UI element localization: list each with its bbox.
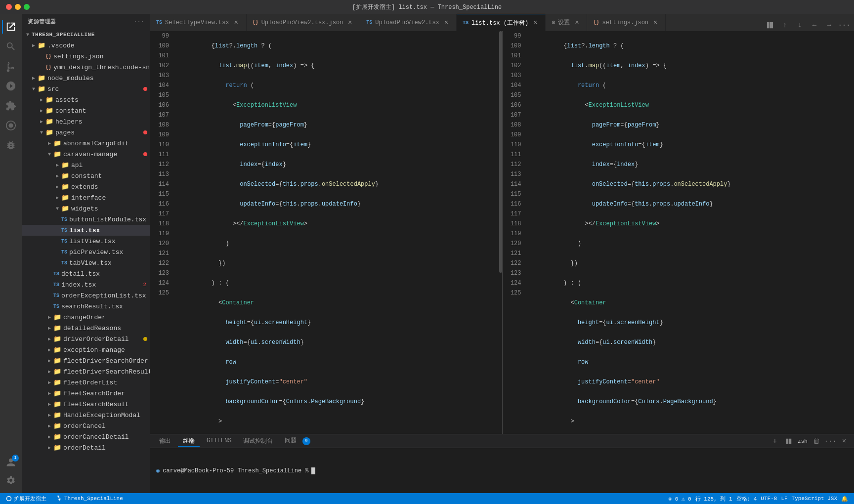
expand-arrow-fleet-driver: ▶ — [45, 357, 53, 365]
sidebar-item-handle-exception-modal[interactable]: ▶ 📁 HandleExceptionModal — [22, 410, 150, 420]
sidebar-item-order-exception[interactable]: TS orderExceptionList.tsx — [22, 290, 150, 301]
sidebar-item-src[interactable]: ▼ 📁 src — [22, 84, 150, 94]
sidebar-item-widgets[interactable]: ▼ 📁 widgets — [22, 203, 150, 214]
sidebar-item-list-tsx[interactable]: TS list.tsx — [22, 225, 150, 236]
nav-up-button[interactable]: ↑ — [779, 19, 791, 31]
status-feedback[interactable]: 🔔 — [839, 493, 850, 504]
sidebar-item-helpers[interactable]: ▶ 📁 helpers — [22, 116, 150, 127]
sidebar-item-assets[interactable]: ▶ 📁 assets — [22, 94, 150, 105]
sidebar-item-constant2[interactable]: ▶ 📁 constant — [22, 170, 150, 181]
sidebar-item-caravan-manage[interactable]: ▼ 📁 caravan-manage — [22, 149, 150, 160]
sidebar-item-detail-tsx[interactable]: TS detail.tsx — [22, 268, 150, 279]
sidebar-content[interactable]: ▼ THRESH_SPECIALLINE ▶ 📁 .vscode {} sett… — [22, 29, 150, 493]
sidebar-item-extends[interactable]: ▶ 📁 extends — [22, 181, 150, 192]
new-terminal-button[interactable]: + — [769, 435, 781, 447]
terminal-split-button[interactable] — [783, 435, 795, 447]
window-controls[interactable] — [6, 4, 30, 10]
sidebar-item-order-cancel-detail[interactable]: ▶ 📁 orderCancelDetail — [22, 431, 150, 442]
terminal-content[interactable]: ◉ carve@MacBook-Pro-59 Thresh_SpecialLin… — [150, 448, 854, 493]
code-area-right[interactable]: 99 100 101 102 103 104 105 106 107 108 1… — [503, 31, 854, 434]
sidebar-item-constant[interactable]: ▶ 📁 constant — [22, 105, 150, 116]
nav-down-button[interactable]: ↓ — [794, 19, 806, 31]
sidebar-item-button-list[interactable]: TS buttonListModule.tsx — [22, 214, 150, 225]
terminal-tab-debug-console[interactable]: 调试控制台 — [238, 436, 278, 447]
sidebar-item-index-tsx[interactable]: TS index.tsx 2 — [22, 279, 150, 290]
terminal-close-panel-button[interactable]: × — [838, 435, 850, 447]
sidebar-item-detailed-reasons[interactable]: ▶ 📁 detailedReasons — [22, 323, 150, 334]
sidebar-item-abnormal-cargo[interactable]: ▶ 📁 abnormalCargoEdit — [22, 138, 150, 149]
tab-close-settings-json[interactable]: × — [651, 19, 659, 27]
editor-scrollbar-right[interactable] — [850, 31, 854, 434]
sidebar-item-search-result[interactable]: TS searchResult.tsx — [22, 301, 150, 312]
tab-upload-pic-view[interactable]: TS UploadPicView2.tsx × — [360, 14, 457, 31]
tab-close-settings[interactable]: × — [573, 19, 581, 27]
status-branch[interactable]: Thresh_SpecialLine — [54, 493, 125, 504]
expand-arrow-constant: ▶ — [38, 107, 45, 115]
tab-settings[interactable]: ⚙ 设置 × — [546, 14, 587, 31]
sidebar-item-tab-view[interactable]: TS tabView.tsx — [22, 257, 150, 268]
tab-close-upload-view[interactable]: × — [442, 19, 450, 27]
activity-icon-debug[interactable] — [2, 136, 20, 154]
editor-scrollbar-left[interactable] — [498, 31, 502, 434]
activity-icon-remote[interactable] — [2, 117, 20, 134]
activity-icon-explorer[interactable] — [2, 18, 20, 36]
sidebar-item-fleet-search-result[interactable]: ▶ 📁 fleetSearchResult — [22, 399, 150, 410]
sidebar-item-fleet-order-list[interactable]: ▶ 📁 fleetOrderList — [22, 377, 150, 388]
terminal-tab-terminal[interactable]: 终端 — [178, 436, 200, 447]
split-editor-button[interactable] — [764, 19, 776, 31]
tab-icon-upload-view: TS — [366, 20, 372, 25]
sidebar-item-api[interactable]: ▶ 📁 api — [22, 160, 150, 170]
sidebar-item-exception-manage[interactable]: ▶ 📁 exception-manage — [22, 344, 150, 355]
sidebar-item-fleet-driver-search-order[interactable]: ▶ 📁 fleetDriverSearchOrder — [22, 355, 150, 366]
sidebar-item-project-root[interactable]: ▼ THRESH_SPECIALLINE — [22, 29, 150, 40]
tab-settings-json[interactable]: {} settings.json × — [587, 14, 666, 31]
tab-close-list[interactable]: × — [531, 19, 539, 27]
go-forward-button[interactable]: → — [823, 19, 835, 31]
status-spaces[interactable]: 空格: 4 — [734, 493, 759, 504]
go-back-button[interactable]: ← — [809, 19, 820, 31]
sidebar-item-pages[interactable]: ▼ 📁 pages — [22, 127, 150, 138]
activity-icon-search[interactable] — [2, 38, 20, 55]
tab-list-tsx[interactable]: TS list.tsx (工作树) × — [457, 14, 546, 31]
sidebar-item-order-cancel[interactable]: ▶ 📁 orderCancel — [22, 420, 150, 431]
terminal-more-button[interactable]: ··· — [824, 435, 836, 447]
terminal-trash-button[interactable]: 🗑 — [811, 435, 822, 447]
sidebar-item-ymm-snippets[interactable]: {} ymm_design_thresh.code-snippets — [22, 62, 150, 73]
more-actions-button[interactable]: ··· — [838, 19, 850, 31]
sidebar-item-pic-preview[interactable]: TS picPreview.tsx — [22, 247, 150, 257]
sidebar-item-settings-json[interactable]: {} settings.json — [22, 51, 150, 62]
terminal-tab-output[interactable]: 输出 — [154, 436, 176, 447]
tab-select-type-view[interactable]: TS SelectTypeView.tsx × — [150, 14, 247, 31]
status-errors[interactable]: ⊗ 0 ⚠ 0 — [666, 493, 693, 504]
activity-icon-settings[interactable] — [2, 471, 20, 489]
tab-close-upload-json[interactable]: × — [346, 19, 354, 27]
sidebar-item-fleet-search-order[interactable]: ▶ 📁 fleetSearchOrder — [22, 388, 150, 399]
activity-icon-accounts[interactable]: 1 — [2, 454, 20, 471]
status-line-col[interactable]: 行 125, 列 1 — [693, 493, 734, 504]
minimize-button[interactable] — [15, 4, 21, 10]
sidebar-item-vscode[interactable]: ▶ 📁 .vscode — [22, 40, 150, 51]
close-button[interactable] — [6, 4, 12, 10]
maximize-button[interactable] — [24, 4, 30, 10]
status-encoding[interactable]: UTF-8 — [759, 493, 779, 504]
sidebar-item-driver-order-detail[interactable]: ▶ 📁 driverOrderDetail — [22, 334, 150, 344]
status-remote[interactable]: 扩展开发宿主 — [4, 493, 48, 504]
terminal-tab-gitlens[interactable]: GITLENS — [202, 436, 236, 446]
activity-icon-source-control[interactable] — [2, 57, 20, 75]
tab-upload-pic-json[interactable]: {} UploadPicView2.tsx.json × — [247, 14, 361, 31]
sidebar-item-list-view[interactable]: TS listView.tsx — [22, 236, 150, 247]
sidebar-more-icon[interactable]: ··· — [134, 19, 144, 25]
activity-icon-run[interactable] — [2, 77, 20, 95]
activity-icon-extensions[interactable] — [2, 97, 20, 115]
sidebar-item-order-detail[interactable]: ▶ 📁 orderDetail — [22, 442, 150, 453]
sidebar-item-fleet-driver-search-result[interactable]: ▶ 📁 fleetDriverSearchResult — [22, 366, 150, 377]
sidebar-header-actions[interactable]: ··· — [134, 19, 144, 25]
status-eol[interactable]: LF — [779, 493, 789, 504]
tab-close-select-type[interactable]: × — [232, 19, 240, 27]
sidebar-item-node-modules[interactable]: ▶ 📁 node_modules — [22, 73, 150, 84]
sidebar-item-interface[interactable]: ▶ 📁 interface — [22, 192, 150, 203]
status-language[interactable]: TypeScript JSX — [790, 493, 839, 504]
code-area-left[interactable]: 99 100 101 102 103 104 105 106 107 108 1… — [150, 31, 502, 434]
terminal-tab-problems[interactable]: 问题 9 — [280, 435, 315, 447]
sidebar-item-change-order[interactable]: ▶ 📁 changeOrder — [22, 312, 150, 323]
